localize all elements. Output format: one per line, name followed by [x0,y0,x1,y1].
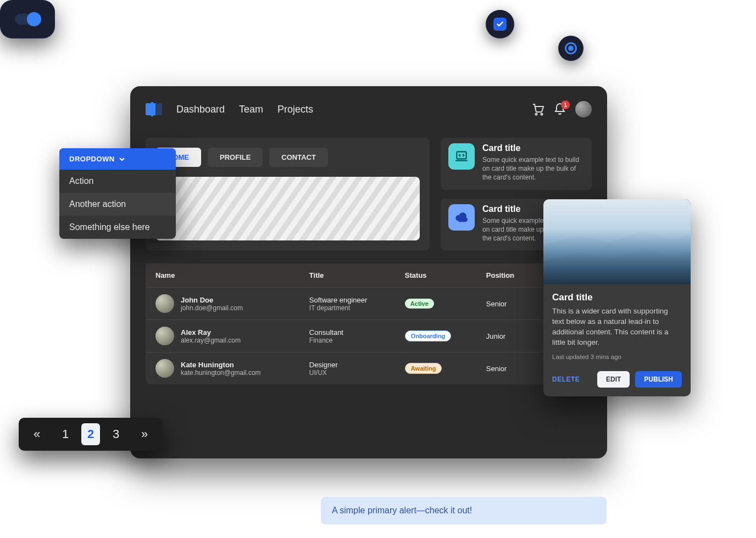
row-position: Junior [476,320,535,352]
caret-down-icon [119,156,125,162]
page-number[interactable]: 3 [107,423,125,445]
row-dept: IT department [309,304,385,312]
primary-alert: A simple primary alert—check it out! [321,497,607,524]
status-badge: Onboarding [405,330,451,341]
card-image [543,199,691,284]
row-email: kate.hunington@gmail.com [181,369,261,377]
table-header: Title [299,264,395,288]
page-next[interactable]: » [135,423,154,445]
svg-point-1 [541,114,543,115]
users-table: NameTitleStatusPositionActions John Doej… [146,264,592,384]
avatar[interactable] [575,101,592,117]
row-title: Software engineer [309,296,385,304]
row-email: alex.ray@gmail.com [181,337,241,344]
tabs-panel: HOME PROFILE CONTACT [146,138,430,250]
row-name: Alex Ray [181,328,241,337]
tab-contact[interactable]: CONTACT [269,148,328,167]
nav-link-projects[interactable]: Projects [277,104,313,115]
table-row: John Doejohn.doe@gmail.comSoftware engin… [146,288,592,320]
card-body: Some quick example text to build on card… [482,155,584,182]
dropdown-toggle[interactable]: DROPDOWN [59,148,176,170]
dropdown-item[interactable]: Action [59,170,176,193]
info-card: Card title Some quick example text to bu… [441,138,592,190]
row-dept: Finance [309,337,385,344]
overlay-meta: Last updated 3 mins ago [552,354,682,360]
card-title: Card title [482,143,584,153]
row-title: Consultant [309,328,385,337]
svg-point-0 [536,114,537,115]
dropdown-menu: DROPDOWN ActionAnother actionSomething e… [59,148,176,239]
table-row: Alex Rayalex.ray@gmail.comConsultantFina… [146,320,592,352]
row-avatar [155,327,174,345]
radio-badge[interactable] [558,36,583,61]
cart-icon[interactable] [531,103,544,116]
table-header: Name [146,264,299,288]
dropdown-item[interactable]: Another action [59,193,176,216]
cloud-icon [448,204,475,231]
dropdown-item[interactable]: Something else here [59,216,176,239]
overlay-body: This is a wider card with supporting tex… [552,306,682,348]
notification-count: 1 [561,100,570,109]
page-prev[interactable]: « [27,423,46,445]
row-position: Senior [476,352,535,385]
overlay-title: Card title [552,292,682,303]
app-window: Dashboard Team Projects 1 HOME PROFILE C… [130,86,607,458]
page-number[interactable]: 1 [56,423,75,445]
table-row: Kate Huningtonkate.hunington@gmail.comDe… [146,352,592,385]
publish-button[interactable]: PUBLISH [635,371,682,388]
pagination: « 123 » [19,418,163,451]
delete-button[interactable]: DELETE [552,376,580,383]
toggle-badge[interactable] [0,0,55,38]
row-email: john.doe@gmail.com [181,304,243,312]
nav-link-dashboard[interactable]: Dashboard [176,104,225,115]
hero-image [155,177,420,240]
tab-profile[interactable]: PROFILE [208,148,263,167]
logo-icon [146,103,162,115]
laptop-code-icon [448,143,475,170]
table-header: Position [476,264,535,288]
edit-button[interactable]: EDIT [597,371,630,388]
row-avatar [155,294,174,313]
row-name: John Doe [181,296,243,304]
row-position: Senior [476,288,535,320]
nav-link-team[interactable]: Team [239,104,263,115]
page-number[interactable]: 2 [81,423,100,445]
row-title: Designer [309,361,385,369]
bell-icon[interactable]: 1 [553,103,566,116]
overlay-card: Card title This is a wider card with sup… [543,199,691,396]
svg-rect-2 [457,152,466,159]
row-avatar [155,359,174,378]
row-name: Kate Hunington [181,361,261,369]
row-dept: UI/UX [309,369,385,377]
dropdown-label: DROPDOWN [69,155,115,163]
checkbox-badge[interactable] [486,10,514,38]
navbar: Dashboard Team Projects 1 [146,97,592,121]
table-header: Status [395,264,476,288]
status-badge: Active [405,299,434,309]
status-badge: Awaiting [405,363,442,374]
